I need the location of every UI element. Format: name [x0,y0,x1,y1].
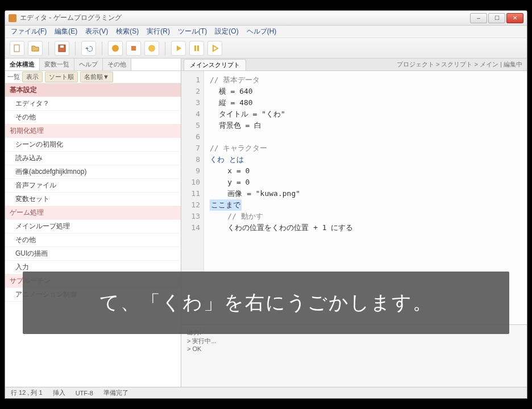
maximize-button[interactable]: ☐ [488,13,505,23]
tree-item[interactable]: 初期化処理 [5,124,181,138]
save-button[interactable] [55,41,69,56]
menubar: ファイル(F) 編集(E) 表示(V) 検索(S) 実行(R) ツール(T) 設… [5,26,527,38]
subtitle-caption: て、「くわ」を右にうごかします。 [23,272,509,334]
output-line: > 実行中... [187,337,521,345]
menu-help[interactable]: ヘルプ(H) [247,27,277,36]
sidebar-chip-order[interactable]: 名前順▼ [80,72,113,82]
statusbar: 行 12 , 列 1 挿入 UTF-8 準備完了 [5,387,527,398]
window-title: エディタ - ゲームプログラミング [20,13,122,23]
tree-item[interactable]: 音声ファイル [5,179,181,193]
step-button[interactable] [144,41,159,56]
status-encoding: UTF-8 [76,390,93,397]
new-file-button[interactable] [10,41,24,56]
sidebar-chip-sort[interactable]: ソート順 [45,72,78,82]
output-line: > OK [187,345,521,352]
stop-button[interactable] [126,41,141,56]
tree-item[interactable]: その他 [5,111,181,124]
pause-button[interactable] [189,41,204,56]
titlebar: エディタ - ゲームプログラミング – ☐ ✕ [5,11,527,26]
tree-item[interactable]: エディタ？ [5,97,181,111]
sidebar-tree[interactable]: 基本設定エディタ？その他初期化処理シーンの初期化読み込み画像(abcdefghi… [5,84,181,387]
sidebar-tab-help[interactable]: ヘルプ [74,59,103,70]
play-button[interactable] [171,41,186,56]
sidebar-subbar: 一覧 表示 ソート順 名前順▼ [5,71,181,84]
sidebar-tab-vars[interactable]: 変数一覧 [40,59,74,70]
menu-file[interactable]: ファイル(F) [11,27,47,36]
sidebar-sub-label: 一覧 [7,73,20,81]
tree-item[interactable]: 読み込み [5,152,181,165]
menu-view[interactable]: 表示(V) [85,27,108,36]
svg-rect-7 [197,45,199,51]
app-window: エディタ - ゲームプログラミング – ☐ ✕ ファイル(F) 編集(E) 表示… [5,10,527,399]
sidebar-tab-other[interactable]: その他 [103,59,131,70]
editor-tabs: メインスクリプト プロジェクト > スクリプト > メイン | 編集中 [181,59,527,71]
sidebar-tabs: 全体構造 変数一覧 ヘルプ その他 [5,59,181,71]
tree-item[interactable]: 変数セット [5,193,181,206]
sidebar-chip-view[interactable]: 表示 [22,72,43,82]
status-ready: 準備完了 [103,389,128,397]
menu-settings[interactable]: 設定(O) [215,27,238,36]
undo-button[interactable] [81,41,96,56]
step-over-button[interactable] [207,41,222,56]
sidebar-tab-structure[interactable]: 全体構造 [5,59,40,70]
tree-item[interactable]: 基本設定 [5,84,181,97]
close-button[interactable]: ✕ [506,13,523,23]
menu-tools[interactable]: ツール(T) [178,27,207,36]
app-icon [9,14,16,22]
menu-search[interactable]: 検索(S) [116,27,139,36]
status-mode: 挿入 [53,389,65,397]
tree-item[interactable]: メインループ処理 [5,220,181,233]
sidebar: 全体構造 変数一覧 ヘルプ その他 一覧 表示 ソート順 名前順▼ 基本設定エデ… [5,59,181,387]
svg-rect-4 [131,46,136,51]
svg-rect-6 [194,45,196,51]
tree-item[interactable]: その他 [5,233,181,247]
svg-point-3 [112,45,119,52]
status-cursor: 行 12 , 列 1 [11,389,43,397]
menu-edit[interactable]: 編集(E) [55,27,77,36]
tree-item[interactable]: GUIの描画 [5,247,181,261]
tree-item[interactable]: シーンの初期化 [5,138,181,152]
svg-point-5 [148,45,155,52]
editor-breadcrumb: プロジェクト > スクリプト > メイン | 編集中 [392,60,527,69]
editor-tab-main[interactable]: メインスクリプト [184,59,246,70]
menu-run[interactable]: 実行(R) [147,27,170,36]
svg-rect-0 [14,45,19,52]
svg-rect-2 [60,45,64,48]
toolbar [5,38,527,59]
run-button[interactable] [108,41,123,56]
minimize-button[interactable]: – [470,13,487,23]
editor-area: メインスクリプト プロジェクト > スクリプト > メイン | 編集中 1234… [181,59,527,387]
tree-item[interactable]: ゲーム処理 [5,206,181,220]
open-file-button[interactable] [28,41,43,56]
tree-item[interactable]: 画像(abcdefghijklmnop) [5,165,181,179]
